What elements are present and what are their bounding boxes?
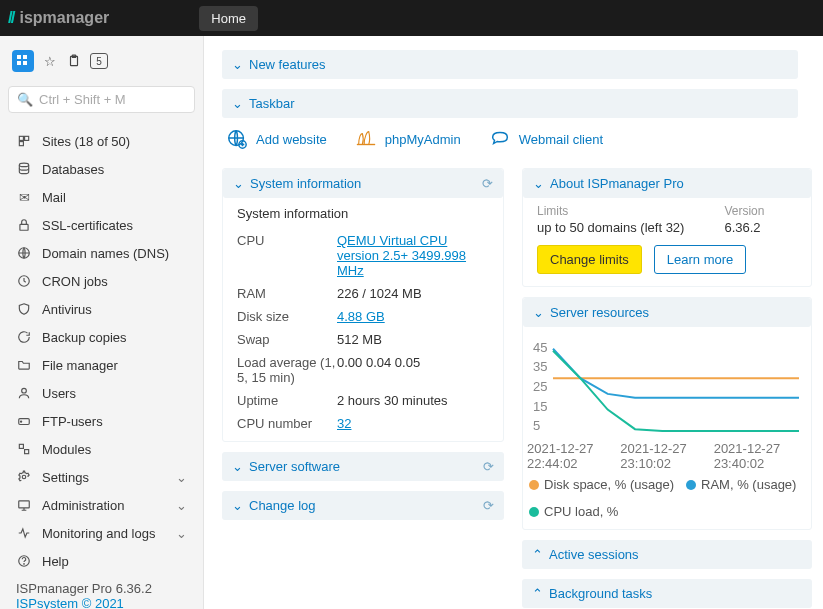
svg-text:25: 25 (533, 379, 547, 394)
change-limits-button[interactable]: Change limits (537, 245, 642, 274)
nav-label: CRON jobs (42, 274, 108, 289)
acc-active-sessions[interactable]: ⌃Active sessions (522, 540, 812, 569)
nav-label: Antivirus (42, 302, 92, 317)
refresh-icon[interactable]: ⟳ (482, 176, 493, 191)
version-label: Version (724, 204, 764, 218)
search-input[interactable] (39, 92, 207, 107)
nav-label: Help (42, 554, 69, 569)
svg-rect-0 (17, 55, 21, 59)
star-icon[interactable]: ☆ (42, 53, 58, 69)
link-phpmyadmin[interactable]: phpMyAdmin (355, 128, 461, 150)
acc-server-software[interactable]: ⌄Server software⟳ (222, 452, 504, 481)
nav-label: SSL-certificates (42, 218, 133, 233)
sidebar-item-cron[interactable]: CRON jobs (8, 267, 195, 295)
link-label: phpMyAdmin (385, 132, 461, 147)
about-panel: ⌄About ISPmanager Pro Limitsup to 50 dom… (522, 168, 812, 287)
phpmyadmin-icon (355, 128, 377, 150)
nav-label: FTP-users (42, 414, 103, 429)
clock-icon (16, 273, 32, 289)
sidebar-item-help[interactable]: Help (8, 547, 195, 575)
k-swap: Swap (237, 332, 337, 347)
apps-grid-icon[interactable] (12, 50, 34, 72)
sidebar-item-dns[interactable]: Domain names (DNS) (8, 239, 195, 267)
k-disk: Disk size (237, 309, 337, 324)
sidebar-item-monitoring[interactable]: Monitoring and logs⌄ (8, 519, 195, 547)
dot-icon (529, 507, 539, 517)
svg-rect-16 (19, 444, 23, 448)
link-label: Webmail client (519, 132, 603, 147)
acc-label: Server software (249, 459, 340, 474)
shield-icon (16, 301, 32, 317)
learn-more-button[interactable]: Learn more (654, 245, 746, 274)
sidebar-item-antivirus[interactable]: Antivirus (8, 295, 195, 323)
legend-label: RAM, % (usage) (701, 477, 796, 492)
link-webmail[interactable]: Webmail client (489, 128, 603, 150)
sidebar-item-ssl[interactable]: SSL-certificates (8, 211, 195, 239)
chevron-down-icon: ⌄ (232, 459, 243, 474)
chevron-down-icon: ⌄ (533, 305, 544, 320)
chart-legend: Disk space, % (usage) RAM, % (usage) CPU… (523, 471, 811, 529)
home-button[interactable]: Home (199, 6, 258, 31)
v-swap: 512 MB (337, 332, 489, 347)
chevron-down-icon: ⌄ (176, 498, 187, 513)
svg-point-18 (22, 475, 26, 479)
k-up: Uptime (237, 393, 337, 408)
limits-value: up to 50 domains (left 32) (537, 220, 684, 235)
acc-sysinfo[interactable]: ⌄System information⟳ (223, 169, 503, 198)
svg-rect-8 (19, 142, 23, 146)
refresh-icon[interactable]: ⟳ (483, 459, 494, 474)
k-la: Load average (1, 5, 15 min) (237, 355, 337, 385)
sidebar-item-files[interactable]: File manager (8, 351, 195, 379)
sidebar-item-databases[interactable]: Databases (8, 155, 195, 183)
nav-label: Users (42, 386, 76, 401)
sidebar-toolbar: ☆ 5 (6, 46, 197, 76)
acc-new-features[interactable]: ⌄New features (222, 50, 798, 79)
acc-label: Server resources (550, 305, 649, 320)
nav-label: Mail (42, 190, 66, 205)
sysinfo-table: CPUQEMU Virtual CPU version 2.5+ 3499.99… (223, 223, 503, 441)
sidebar-item-backup[interactable]: Backup copies (8, 323, 195, 351)
acc-background-tasks[interactable]: ⌃Background tasks (522, 579, 812, 608)
k-cn: CPU number (237, 416, 337, 431)
legend-disk: Disk space, % (usage) (529, 477, 674, 492)
sysinfo-subtitle: System information (223, 198, 503, 223)
sidebar-item-sites[interactable]: Sites (18 of 50) (8, 127, 195, 155)
nav-label: Settings (42, 470, 89, 485)
nav-label: Domain names (DNS) (42, 246, 169, 261)
refresh-icon[interactable]: ⟳ (483, 498, 494, 513)
acc-label: New features (249, 57, 326, 72)
svg-point-15 (21, 421, 22, 422)
nav-label: Monitoring and logs (42, 526, 155, 541)
acc-taskbar[interactable]: ⌄Taskbar (222, 89, 798, 118)
legend-cpu: CPU load, % (529, 504, 618, 519)
v-cpu[interactable]: QEMU Virtual CPU version 2.5+ 3499.998 M… (337, 233, 466, 278)
v-cn[interactable]: 32 (337, 416, 351, 431)
user-icon (16, 385, 32, 401)
chevron-down-icon: ⌄ (176, 470, 187, 485)
svg-point-9 (19, 163, 28, 167)
search-box[interactable]: 🔍 (8, 86, 195, 113)
footer-link[interactable]: ISPsystem © 2021 (16, 596, 124, 609)
clipboard-icon[interactable] (66, 53, 82, 69)
sidebar-item-ftp[interactable]: FTP-users (8, 407, 195, 435)
sysinfo-panel: ⌄System information⟳ System information … (222, 168, 504, 442)
svg-point-21 (24, 564, 25, 565)
sidebar: ☆ 5 🔍 Sites (18 of 50) Databases ✉Mail S… (0, 36, 204, 609)
sidebar-item-users[interactable]: Users (8, 379, 195, 407)
topbar: // ispmanager Home (0, 0, 823, 36)
backup-icon (16, 329, 32, 345)
sidebar-item-settings[interactable]: Settings⌄ (8, 463, 195, 491)
sidebar-item-modules[interactable]: Modules (8, 435, 195, 463)
lock-icon (16, 217, 32, 233)
v-la: 0.00 0.04 0.05 (337, 355, 489, 385)
acc-about[interactable]: ⌄About ISPmanager Pro (523, 169, 811, 198)
link-add-website[interactable]: Add website (226, 128, 327, 150)
sidebar-item-mail[interactable]: ✉Mail (8, 183, 195, 211)
sidebar-item-admin[interactable]: Administration⌄ (8, 491, 195, 519)
module-icon (16, 441, 32, 457)
logo-slash-icon: // (8, 8, 13, 28)
acc-change-log[interactable]: ⌄Change log⟳ (222, 491, 504, 520)
v-disk[interactable]: 4.88 GB (337, 309, 385, 324)
acc-resources[interactable]: ⌄Server resources (523, 298, 811, 327)
five-badge-icon[interactable]: 5 (90, 53, 108, 69)
